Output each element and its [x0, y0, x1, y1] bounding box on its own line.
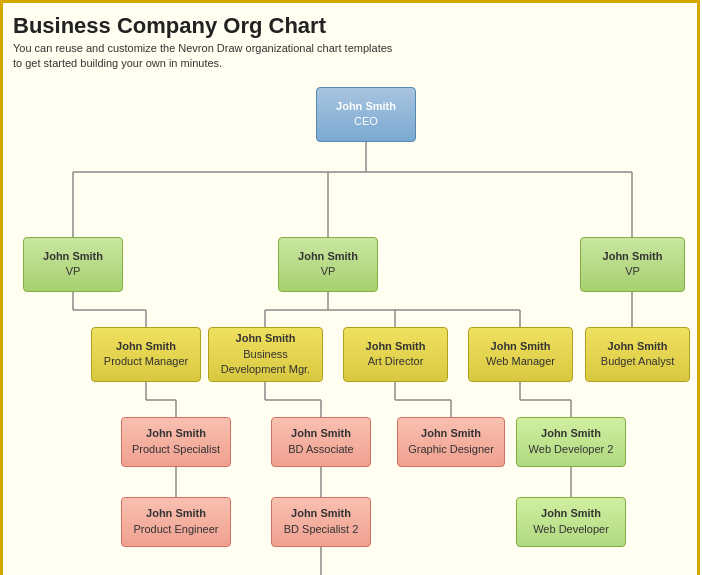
- node-vp3-name: John Smith: [603, 249, 663, 264]
- node-wd-title: Web Developer: [533, 522, 609, 537]
- node-bdm-title: Business Development Mgr.: [217, 347, 314, 378]
- node-ps-name: John Smith: [146, 426, 206, 441]
- node-pm-name: John Smith: [116, 339, 176, 354]
- org-chart-container: Business Company Org Chart You can reuse…: [0, 0, 700, 575]
- chart-title: Business Company Org Chart: [13, 13, 687, 39]
- node-wm-title: Web Manager: [486, 354, 555, 369]
- node-gd: John Smith Graphic Designer: [397, 417, 505, 467]
- node-wm: John Smith Web Manager: [468, 327, 573, 382]
- node-ps: John Smith Product Specialist: [121, 417, 231, 467]
- node-ad-title: Art Director: [368, 354, 424, 369]
- node-ceo: John Smith CEO: [316, 87, 416, 142]
- node-bds2: John Smith BD Specialist 2: [271, 497, 371, 547]
- node-vp2: John Smith VP: [278, 237, 378, 292]
- node-pe: John Smith Product Engineer: [121, 497, 231, 547]
- node-wd-name: John Smith: [541, 506, 601, 521]
- node-ps-title: Product Specialist: [132, 442, 220, 457]
- node-ceo-name: John Smith: [336, 99, 396, 114]
- node-vp2-name: John Smith: [298, 249, 358, 264]
- node-ceo-title: CEO: [354, 114, 378, 129]
- node-vp3-title: VP: [625, 264, 640, 279]
- org-chart: John Smith CEO John Smith VP John Smith …: [13, 82, 687, 575]
- node-bda: John Smith BD Associate: [271, 417, 371, 467]
- node-wd: John Smith Web Developer: [516, 497, 626, 547]
- node-ba: John Smith Budget Analyst: [585, 327, 690, 382]
- node-gd-title: Graphic Designer: [408, 442, 494, 457]
- node-bds2-name: John Smith: [291, 506, 351, 521]
- node-vp2-title: VP: [321, 264, 336, 279]
- node-vp1: John Smith VP: [23, 237, 123, 292]
- node-wm-name: John Smith: [491, 339, 551, 354]
- node-wd2-name: John Smith: [541, 426, 601, 441]
- node-ad-name: John Smith: [366, 339, 426, 354]
- node-wd2: John Smith Web Developer 2: [516, 417, 626, 467]
- node-bda-name: John Smith: [291, 426, 351, 441]
- node-gd-name: John Smith: [421, 426, 481, 441]
- node-pe-title: Product Engineer: [134, 522, 219, 537]
- node-pe-name: John Smith: [146, 506, 206, 521]
- node-vp3: John Smith VP: [580, 237, 685, 292]
- node-ad: John Smith Art Director: [343, 327, 448, 382]
- node-vp1-title: VP: [66, 264, 81, 279]
- node-bdm: John Smith Business Development Mgr.: [208, 327, 323, 382]
- node-bds2-title: BD Specialist 2: [284, 522, 359, 537]
- node-vp1-name: John Smith: [43, 249, 103, 264]
- node-bda-title: BD Associate: [288, 442, 353, 457]
- node-pm-title: Product Manager: [104, 354, 188, 369]
- node-pm: John Smith Product Manager: [91, 327, 201, 382]
- node-ba-name: John Smith: [608, 339, 668, 354]
- node-bdm-name: John Smith: [236, 331, 296, 346]
- node-wd2-title: Web Developer 2: [529, 442, 614, 457]
- node-ba-title: Budget Analyst: [601, 354, 674, 369]
- chart-subtitle: You can reuse and customize the Nevron D…: [13, 41, 393, 72]
